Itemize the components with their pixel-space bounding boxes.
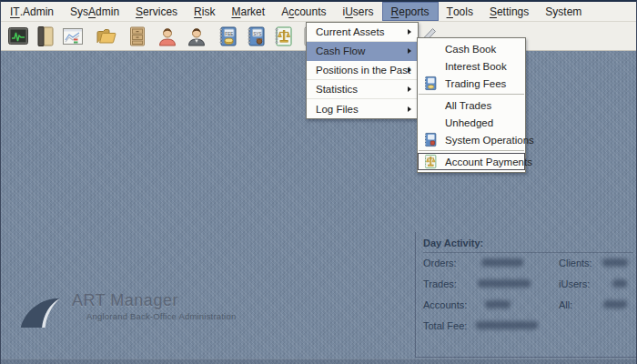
menu-item-tools[interactable]: Tools [439,2,481,21]
day-activity-row-clients: Clients: [559,258,592,268]
submenu-separator [419,150,524,151]
cash-flow-submenu: Cash Book Interest Book Trading Fees All… [417,37,526,173]
day-activity-header: Day Activity: [423,238,633,253]
submenu-item-all-trades[interactable]: All Trades [418,96,525,114]
day-activity-panel: Day Activity: Orders: Trades: Accounts: … [415,232,637,358]
svg-text:FEE: FEE [225,32,233,36]
toolbar-activity-monitor-button[interactable] [6,25,30,48]
submenu-item-cash-book[interactable]: Cash Book [418,40,525,57]
app-logo-text: ART Manager Anglorand Back-Office Admini… [72,291,236,321]
submenu-arrow-icon [408,86,411,92]
menu-item-reports[interactable]: Reports [382,2,439,21]
toolbar-client-user-button[interactable] [156,25,179,48]
reports-menu-item-current-assets[interactable]: Current Assets [307,23,418,42]
fees-book-icon: FEE [217,25,238,47]
toolbar-file-cabinet-button[interactable] [126,25,149,48]
toolbar-fees-book-button[interactable]: FEE [216,25,239,48]
swoosh-logo-icon [19,293,66,331]
reports-menu-item-cash-flow[interactable]: Cash Flow [307,42,418,61]
menu-item-accounts[interactable]: Accounts [273,2,334,21]
app-logo: ART Manager Anglorand Back-Office Admini… [19,291,236,331]
client-user-icon [157,25,178,47]
svg-text:SYS: SYS [253,32,261,36]
day-activity-row-trades: Trades: [423,278,457,289]
reports-menu-item-statistics[interactable]: Statistics [307,80,418,99]
submenu-arrow-icon [408,106,411,112]
sys-notebook-icon [422,132,438,147]
system-book-icon: SYS [245,25,267,47]
clients-value-redacted [602,258,628,267]
menubar: IT.Admin SysAdmin Services Risk Market A… [1,2,636,22]
menu-item-iusers[interactable]: iUsers [335,2,382,21]
menu-item-settings[interactable]: Settings [481,2,537,21]
day-activity-row-all: All: [559,299,572,310]
orders-value-redacted [481,258,523,267]
menu-item-sysadmin[interactable]: SysAdmin [62,2,127,21]
day-activity-row-accounts: Accounts: [423,299,467,310]
manager-user-icon [186,25,207,47]
folder-icon [96,25,117,47]
app-title: ART Manager [72,291,236,310]
file-cabinet-icon [126,25,148,47]
submenu-arrow-icon [408,67,411,73]
submenu-arrow-icon [408,29,411,35]
trades-value-redacted [478,279,531,288]
menu-item-market[interactable]: Market [223,2,273,21]
day-activity-row-iusers: iUsers: [559,278,590,289]
menu-item-system[interactable]: System [537,2,590,21]
app-window: IT.Admin SysAdmin Services Risk Market A… [0,0,637,364]
price-chart-icon [62,25,84,47]
submenu-item-unhedged[interactable]: Unhedged [418,114,525,131]
submenu-item-system-operations[interactable]: System Operations [418,131,525,148]
reports-menu-item-positions-in-the-past[interactable]: Positions in the Past [307,61,418,80]
submenu-item-interest-book[interactable]: Interest Book [418,57,525,75]
submenu-arrow-icon [408,48,411,54]
all-value-redacted [603,300,627,308]
toolbar-price-chart-button[interactable] [61,25,85,48]
reports-menu-item-log-files[interactable]: Log Files [307,99,418,118]
fee-notebook-icon [422,76,438,91]
accounts-value-redacted [485,300,511,308]
total-fee-value-redacted [476,321,538,329]
iusers-value-redacted [612,279,627,288]
ledger-book-icon [35,25,56,47]
toolbar-balance-book-button[interactable] [271,25,295,48]
reports-dropdown-menu: Current Assets Cash Flow Positions in th… [306,22,419,119]
toolbar-ledger-book-button[interactable] [34,25,57,48]
day-activity-row-orders: Orders: [423,258,457,268]
app-subtitle: Anglorand Back-Office Administration [86,311,236,321]
submenu-separator [419,94,524,95]
activity-monitor-icon [7,25,29,47]
submenu-item-account-payments[interactable]: Account Payments [418,153,525,170]
day-activity-row-totalfee: Total Fee: [423,320,467,331]
toolbar-manager-user-button[interactable] [185,25,208,48]
menu-item-risk[interactable]: Risk [186,2,223,21]
toolbar-folder-button[interactable] [95,25,118,48]
toolbar-system-book-button[interactable]: SYS [244,25,268,48]
balance-book-icon [272,25,294,47]
menu-item-itadmin[interactable]: IT.Admin [2,2,62,21]
scale-notebook-icon [422,154,438,169]
menu-item-services[interactable]: Services [127,2,186,21]
submenu-item-trading-fees[interactable]: Trading Fees [418,75,525,92]
